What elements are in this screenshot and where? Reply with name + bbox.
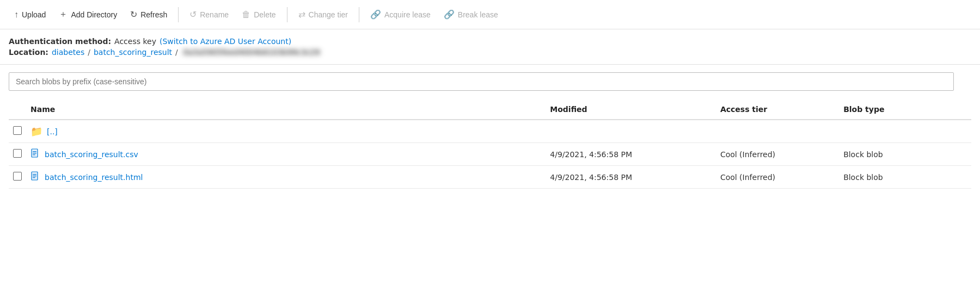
location-row: Location: diabetes / batch_scoring_resul…: [9, 48, 971, 57]
change-tier-label: Change tier: [309, 10, 348, 19]
header-access-tier: Access tier: [716, 100, 839, 120]
divider-2: [287, 7, 287, 22]
change-tier-button[interactable]: ⇄ Change tier: [293, 6, 353, 23]
location-sep2: /: [175, 48, 178, 57]
acquire-lease-icon: 🔗: [370, 9, 381, 20]
table-row: batch_scoring_result.csv4/9/2021, 4:56:5…: [9, 143, 971, 166]
upload-label: Upload: [22, 10, 46, 19]
row-checkbox[interactable]: [13, 149, 22, 158]
location-label: Location:: [9, 48, 48, 57]
location-part2-link[interactable]: batch_scoring_result: [94, 48, 172, 57]
search-input[interactable]: [9, 72, 954, 91]
parent-dir-link[interactable]: [..]: [47, 127, 58, 136]
location-part3: 0a3a5905feed4004b6103b99c3c29: [181, 48, 322, 57]
refresh-label: Refresh: [140, 10, 167, 19]
upload-button[interactable]: ↑ Upload: [9, 7, 51, 23]
location-part1-link[interactable]: diabetes: [52, 48, 84, 57]
break-lease-label: Break lease: [458, 10, 498, 19]
auth-value: Access key: [114, 37, 156, 46]
delete-label: Delete: [254, 10, 275, 19]
change-tier-icon: ⇄: [298, 9, 305, 20]
auth-row: Authentication method: Access key (Switc…: [9, 37, 971, 46]
acquire-lease-button[interactable]: 🔗 Acquire lease: [365, 6, 436, 23]
upload-icon: ↑: [14, 10, 19, 20]
svg-rect-1: [33, 151, 36, 152]
table-header-row: Name Modified Access tier Blob type: [9, 100, 971, 120]
search-section: [0, 65, 980, 91]
svg-rect-5: [33, 174, 36, 175]
svg-rect-6: [33, 176, 36, 176]
switch-auth-link[interactable]: (Switch to Azure AD User Account): [160, 37, 291, 46]
cell-access-tier: Cool (Inferred): [716, 143, 839, 166]
svg-rect-7: [33, 177, 35, 178]
header-blob-type: Blob type: [839, 100, 971, 120]
add-directory-label: Add Directory: [71, 10, 117, 19]
refresh-button[interactable]: ↻ Refresh: [125, 6, 173, 23]
cell-blob-type: Block blob: [839, 166, 971, 189]
auth-label: Authentication method:: [9, 37, 111, 46]
break-lease-icon: 🔗: [444, 9, 455, 20]
cell-modified: 4/9/2021, 4:56:58 PM: [546, 143, 716, 166]
header-modified: Modified: [546, 100, 716, 120]
header-name: Name: [26, 100, 546, 120]
file-name-link[interactable]: batch_scoring_result.html: [45, 173, 143, 182]
delete-button[interactable]: 🗑 Delete: [236, 7, 281, 23]
rename-button[interactable]: ↺ Rename: [184, 6, 234, 23]
add-directory-button[interactable]: ＋ Add Directory: [53, 5, 122, 23]
blob-table: Name Modified Access tier Blob type 📁[..…: [9, 100, 971, 189]
cell-access-tier: Cool (Inferred): [716, 166, 839, 189]
table-row: batch_scoring_result.html4/9/2021, 4:56:…: [9, 166, 971, 189]
row-checkbox[interactable]: [13, 172, 22, 181]
cell-blob-type: [839, 120, 971, 143]
header-checkbox-col: [9, 100, 26, 120]
rename-icon: ↺: [189, 9, 197, 20]
folder-icon: 📁: [30, 126, 42, 137]
blob-icon: [30, 171, 40, 183]
cell-modified: 4/9/2021, 4:56:58 PM: [546, 166, 716, 189]
table-section: Name Modified Access tier Blob type 📁[..…: [0, 100, 980, 189]
divider-3: [359, 7, 359, 22]
svg-rect-3: [33, 154, 35, 155]
location-sep1: /: [88, 48, 90, 57]
cell-modified: [546, 120, 716, 143]
add-directory-icon: ＋: [59, 9, 68, 20]
refresh-icon: ↻: [130, 9, 137, 20]
table-row: 📁[..]: [9, 120, 971, 143]
table-body: 📁[..] batch_scoring_result.csv4/9/2021, …: [9, 120, 971, 189]
acquire-lease-label: Acquire lease: [384, 10, 431, 19]
cell-blob-type: Block blob: [839, 143, 971, 166]
svg-rect-2: [33, 153, 36, 153]
toolbar: ↑ Upload ＋ Add Directory ↻ Refresh ↺ Ren…: [0, 0, 980, 29]
cell-access-tier: [716, 120, 839, 143]
divider-1: [178, 7, 179, 22]
info-section: Authentication method: Access key (Switc…: [0, 29, 980, 65]
file-name-link[interactable]: batch_scoring_result.csv: [45, 150, 138, 159]
delete-icon: 🗑: [242, 10, 250, 20]
break-lease-button[interactable]: 🔗 Break lease: [438, 6, 504, 23]
rename-label: Rename: [200, 10, 229, 19]
blob-icon: [30, 148, 40, 160]
row-checkbox[interactable]: [13, 126, 22, 135]
